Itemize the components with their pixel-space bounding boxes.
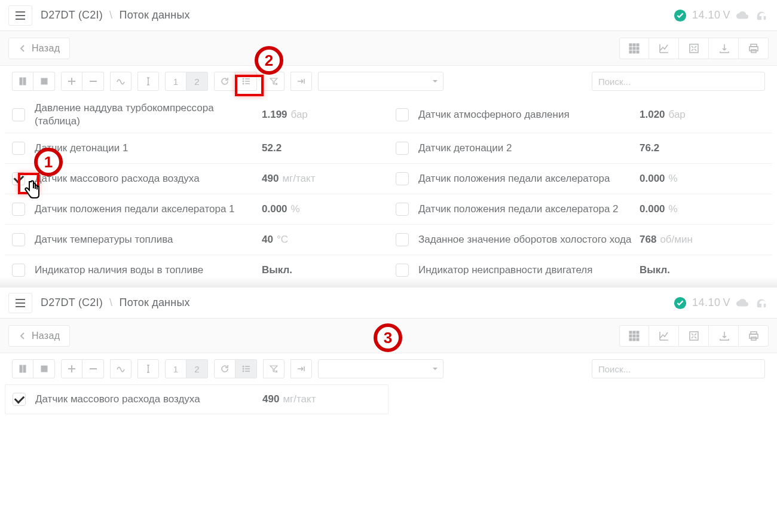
param-label: Датчик положения педали акселератора (418, 172, 640, 185)
search-input[interactable] (592, 359, 765, 378)
search-input[interactable] (592, 72, 765, 91)
cloud-icon (735, 296, 750, 310)
cursor-icon (144, 77, 152, 85)
param-checkbox[interactable] (396, 172, 409, 185)
param-label: Датчик детонации 1 (35, 142, 262, 155)
hamburger-button[interactable] (8, 5, 32, 26)
svg-rect-41 (23, 365, 26, 372)
add-button[interactable] (61, 359, 82, 378)
svg-rect-18 (23, 78, 26, 85)
export-icon (718, 43, 729, 54)
stop-button[interactable] (33, 359, 55, 378)
view-grid-button[interactable] (619, 325, 649, 347)
param-checkbox[interactable] (12, 264, 25, 277)
hamburger-icon (16, 11, 25, 20)
breadcrumb-section: Поток данных (120, 9, 190, 21)
refresh-button[interactable] (214, 72, 235, 91)
param-unit: об/мин (660, 234, 693, 246)
refresh-button[interactable] (214, 359, 235, 378)
preset-dropdown[interactable] (318, 72, 443, 91)
svg-point-43 (243, 366, 244, 367)
breadcrumb: D27DT (C2I) \ Поток данных (41, 9, 190, 22)
param-checkbox[interactable] (12, 108, 25, 121)
pause-button[interactable] (12, 359, 33, 378)
param-value: 0.000 (640, 203, 665, 215)
stop-icon (40, 365, 48, 373)
param-unit: бар (291, 109, 308, 121)
stop-icon (40, 77, 48, 85)
add-button[interactable] (61, 72, 82, 91)
view-chart-button[interactable] (649, 325, 679, 347)
columns-1-button[interactable]: 1 (165, 72, 186, 91)
svg-rect-27 (629, 331, 632, 334)
param-cell: Датчик положения педали акселератора 2 0… (389, 194, 772, 224)
param-checkbox[interactable] (12, 142, 25, 155)
breadcrumb: D27DT (C2I) \ Поток данных (41, 296, 190, 309)
pointer-cursor-icon (22, 178, 42, 202)
svg-rect-15 (750, 47, 758, 51)
refresh-icon (221, 77, 229, 85)
text-cursor-button[interactable] (137, 72, 159, 91)
param-cell: Давление наддува турбокомпрессора (табли… (5, 97, 389, 133)
stop-button[interactable] (33, 72, 55, 91)
print-button[interactable] (739, 38, 769, 59)
goto-end-button[interactable] (290, 359, 312, 378)
columns-1-button[interactable]: 1 (165, 359, 186, 378)
view-grid-button[interactable] (619, 38, 649, 59)
columns-2-button[interactable]: 2 (186, 359, 208, 378)
wave-button[interactable] (110, 72, 131, 91)
minus-icon (89, 365, 97, 373)
params-grid-filtered: Датчик массового расхода воздуха 490 мг/… (0, 384, 777, 419)
goto-end-button[interactable] (290, 72, 312, 91)
minus-icon (89, 77, 97, 85)
view-chart-button[interactable] (649, 38, 679, 59)
param-checkbox[interactable] (396, 203, 409, 216)
param-checkbox[interactable] (12, 233, 25, 246)
show-selected-button[interactable] (235, 359, 257, 378)
print-button[interactable] (739, 325, 769, 347)
columns-2-button[interactable]: 2 (186, 72, 208, 91)
param-checkbox[interactable] (396, 264, 409, 277)
filter-clear-button[interactable] (263, 72, 285, 91)
caret-down-icon (432, 78, 438, 84)
view-fullscreen-button[interactable] (679, 38, 709, 59)
print-icon (748, 43, 759, 54)
hamburger-button[interactable] (8, 293, 32, 313)
arrow-tab-icon (297, 365, 305, 373)
svg-rect-0 (16, 11, 25, 13)
param-cell: Индикатор наличия воды в топливе Выкл. (5, 255, 389, 285)
param-label: Датчик массового расхода воздуха (35, 393, 262, 406)
text-cursor-button[interactable] (137, 359, 159, 378)
remove-button[interactable] (82, 359, 104, 378)
pause-icon (19, 365, 27, 373)
export-button[interactable] (709, 325, 739, 347)
svg-rect-38 (750, 334, 758, 338)
param-cell: Датчик атмосферного давления 1.020 бар (389, 97, 772, 133)
back-button[interactable]: Назад (8, 38, 70, 59)
export-button[interactable] (709, 38, 739, 59)
svg-rect-19 (41, 78, 47, 84)
arrow-tab-icon (297, 77, 305, 85)
back-button[interactable]: Назад (8, 325, 70, 347)
filter-clear-button[interactable] (263, 359, 285, 378)
view-mode-group (619, 38, 769, 59)
param-checkbox[interactable] (396, 142, 409, 155)
cursor-icon (144, 365, 152, 373)
pause-button[interactable] (12, 72, 33, 91)
svg-rect-29 (637, 331, 639, 334)
arrow-left-icon (19, 332, 27, 340)
preset-dropdown[interactable] (318, 359, 443, 378)
param-checkbox[interactable] (12, 203, 25, 216)
filter-x-icon (270, 77, 278, 85)
view-fullscreen-button[interactable] (679, 325, 709, 347)
param-value: 768 (640, 234, 656, 246)
remove-button[interactable] (82, 72, 104, 91)
param-label: Датчик массового расхода воздуха (35, 172, 262, 185)
param-checkbox[interactable] (396, 233, 409, 246)
param-label: Датчик атмосферного давления (418, 108, 640, 121)
param-checkbox[interactable] (396, 108, 409, 121)
wave-button[interactable] (110, 359, 131, 378)
back-label: Назад (32, 331, 60, 341)
status-ok-icon (673, 296, 687, 310)
param-checkbox[interactable] (13, 393, 26, 406)
